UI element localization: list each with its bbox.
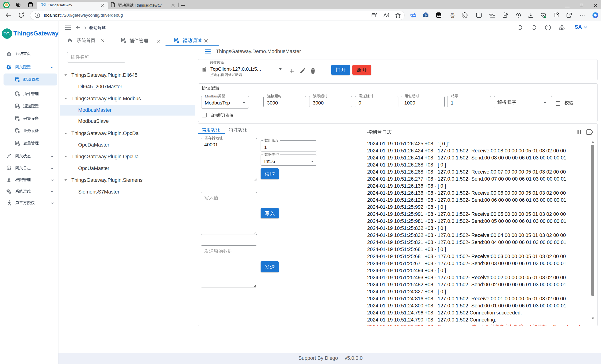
svg-text:Zip: Zip <box>451 16 454 18</box>
svg-text:Git: Git <box>451 13 454 15</box>
